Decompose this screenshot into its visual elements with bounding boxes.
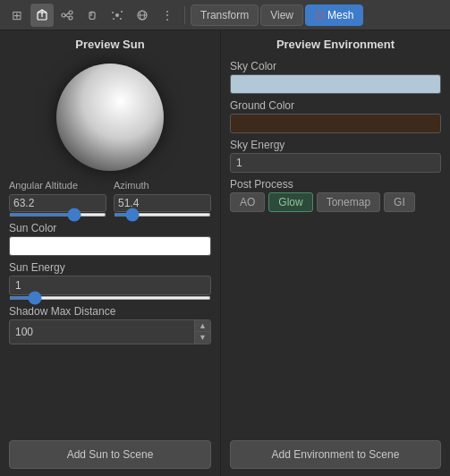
- sky-color-section: Sky Color: [230, 60, 441, 94]
- svg-point-8: [113, 18, 115, 20]
- ground-color-label: Ground Color: [230, 99, 441, 112]
- shadow-max-section: Shadow Max Distance ▲ ▼: [9, 305, 211, 344]
- gi-button[interactable]: GI: [384, 192, 415, 212]
- spinner-buttons: ▲ ▼: [194, 320, 210, 344]
- sun-energy-label: Sun Energy: [9, 261, 211, 274]
- sun-panel-title: Preview Sun: [9, 38, 211, 51]
- ground-color-section: Ground Color: [230, 99, 441, 133]
- post-process-section: Post Process AO Glow Tonemap GI: [230, 178, 441, 212]
- shadow-max-label: Shadow Max Distance: [9, 305, 211, 318]
- cube-icon[interactable]: [30, 4, 54, 27]
- particle-icon[interactable]: [106, 4, 129, 27]
- sun-sphere-preview: [9, 64, 211, 171]
- separator-1: [184, 6, 185, 24]
- azimuth-group: Azimuth: [114, 180, 211, 217]
- env-panel-title: Preview Environment: [230, 38, 441, 51]
- glow-button[interactable]: Glow: [268, 192, 312, 212]
- sky-energy-input[interactable]: [230, 153, 441, 173]
- azimuth-slider[interactable]: [114, 213, 211, 217]
- svg-point-5: [112, 12, 114, 13]
- add-environment-button[interactable]: Add Environment to Scene: [230, 440, 441, 469]
- svg-point-6: [121, 11, 123, 13]
- spinner-down-button[interactable]: ▼: [194, 332, 210, 344]
- mesh-button[interactable]: ⬡ Mesh: [305, 4, 363, 26]
- ao-button[interactable]: AO: [230, 192, 265, 212]
- sky-energy-section: Sky Energy: [230, 139, 441, 173]
- sun-color-swatch[interactable]: [9, 236, 211, 256]
- svg-point-1: [62, 13, 65, 17]
- add-sun-button[interactable]: Add Sun to Scene: [9, 440, 211, 469]
- svg-point-7: [120, 18, 122, 20]
- transform-button[interactable]: Transform: [191, 4, 259, 26]
- view-button[interactable]: View: [260, 4, 303, 26]
- angular-altitude-group: Angular Altitude: [9, 180, 106, 217]
- sun-color-label: Sun Color: [9, 222, 211, 234]
- ground-color-swatch[interactable]: [230, 114, 441, 133]
- sun-sphere: [56, 64, 164, 171]
- main-content: Preview Sun Angular Altitude Azimuth: [0, 30, 450, 476]
- azimuth-label: Azimuth: [114, 180, 211, 191]
- post-process-label: Post Process: [230, 178, 441, 191]
- toolbar: ⊞ ⋮: [0, 0, 450, 30]
- sun-energy-slider[interactable]: [9, 296, 211, 300]
- angle-row: Angular Altitude Azimuth: [9, 180, 211, 217]
- angular-altitude-label: Angular Altitude: [9, 180, 106, 191]
- globe-icon[interactable]: [131, 4, 154, 27]
- spinner-up-button[interactable]: ▲: [194, 320, 210, 332]
- shadow-max-spinner: ▲ ▼: [9, 319, 211, 344]
- sun-color-section: Sun Color: [9, 222, 211, 256]
- svg-point-3: [69, 16, 72, 20]
- sun-panel: Preview Sun Angular Altitude Azimuth: [0, 30, 221, 476]
- sky-color-label: Sky Color: [230, 60, 441, 72]
- sun-energy-section: Sun Energy: [9, 261, 211, 300]
- grid-icon[interactable]: ⊞: [5, 4, 29, 27]
- svg-point-4: [115, 13, 119, 17]
- env-panel: Preview Environment Sky Color Ground Col…: [221, 30, 450, 476]
- angular-altitude-slider[interactable]: [9, 213, 106, 217]
- more-icon[interactable]: ⋮: [156, 4, 179, 27]
- shadow-max-input[interactable]: [10, 322, 194, 342]
- sky-color-swatch[interactable]: [230, 74, 441, 94]
- svg-point-2: [69, 11, 72, 14]
- tonemap-button[interactable]: Tonemap: [317, 192, 380, 212]
- post-process-buttons: AO Glow Tonemap GI: [230, 192, 441, 212]
- nodes-icon[interactable]: [55, 4, 79, 27]
- hand-icon[interactable]: [81, 4, 104, 27]
- sky-energy-label: Sky Energy: [230, 139, 441, 151]
